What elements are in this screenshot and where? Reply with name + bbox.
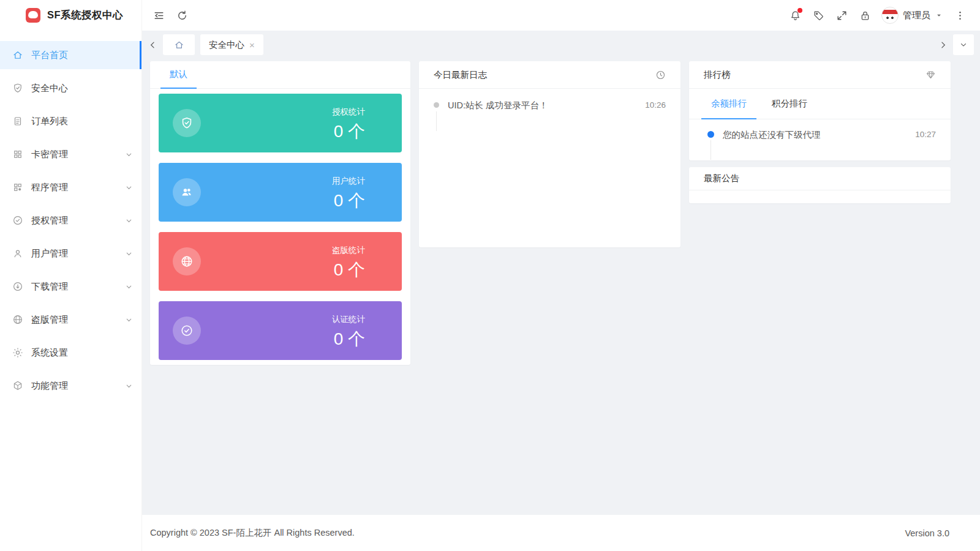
stat-label: 认证统计 [332,314,365,325]
notice-panel: 最新公告 [689,167,951,203]
ranking-panel-header: 排行榜 [689,61,951,89]
chevron-down-icon [125,217,133,225]
ranking-entry-text: 您的站点还没有下级代理 [723,129,915,141]
chevron-down-icon [125,184,133,192]
log-entry[interactable]: UID:站长 成功登录平台！ 10:26 [434,99,666,111]
brand: SF系统授权中心 [0,0,141,31]
timeline-dot-icon [434,102,439,108]
home-icon [12,50,23,61]
chevron-down-icon [125,283,133,291]
sidebar-item-label: 授权管理 [31,215,68,227]
app-window: SF系统授权中心 平台首页 安全中心 订单列表 [0,0,980,551]
chevron-down-icon [125,316,133,324]
ranking-entry[interactable]: 您的站点还没有下级代理 10:27 [707,129,936,141]
collapse-sidebar-button[interactable] [147,4,170,27]
stats-tab-header: 默认 [150,61,410,89]
main-column: 管理员 安全中心 × [142,0,980,551]
sidebar-item-card-key[interactable]: 卡密管理 [0,140,141,168]
sidebar-item-platform-home[interactable]: 平台首页 [0,41,141,69]
stat-label: 盗版统计 [332,245,365,256]
clock-icon[interactable] [655,70,666,80]
notifications-button[interactable] [783,4,807,27]
chevron-down-icon [125,250,133,258]
log-entry-time: 10:26 [645,99,666,110]
lock-screen-button[interactable] [853,4,876,27]
sidebar-item-authorization[interactable]: 授权管理 [0,206,141,234]
stat-label: 授权统计 [332,107,365,118]
sidebar-item-program[interactable]: 程序管理 [0,173,141,201]
sidebar-item-security-center[interactable]: 安全中心 [0,74,141,102]
notification-badge [797,8,802,13]
refresh-button[interactable] [170,4,194,27]
app-title: SF系统授权中心 [47,9,123,22]
right-panels: 排行榜 余额排行 积分排行 您的站点还没有下级代理 10:27 [689,61,951,203]
stat-card-certification[interactable]: 认证统计 0 个 [159,301,402,360]
globe-icon [173,247,201,276]
stat-value: 0 个 [332,123,365,140]
sidebar-item-label: 程序管理 [31,182,68,193]
user-menu[interactable]: 管理员 [876,7,948,24]
tabs-scroll-left-button[interactable] [148,40,157,50]
ranking-tabs: 余额排行 积分排行 [689,89,951,119]
sidebar-item-label: 平台首页 [31,50,68,61]
sidebar-item-label: 系统设置 [31,347,68,359]
stat-value: 0 个 [332,331,365,348]
more-menu-button[interactable] [948,4,971,27]
tabs-scroll-right-button[interactable] [938,40,948,50]
tab-points-ranking[interactable]: 积分排行 [762,89,817,119]
notice-body [689,190,951,203]
tag-icon [813,10,824,21]
sidebar-item-system-settings[interactable]: 系统设置 [0,339,141,367]
log-panel-header: 今日最新日志 [419,61,680,89]
sidebar-menu: 平台首页 安全中心 订单列表 卡密管理 [0,31,141,400]
sidebar-item-label: 功能管理 [31,380,68,392]
users-icon [173,178,201,206]
tab-bar: 安全中心 × [142,31,980,59]
tab-security-center[interactable]: 安全中心 × [200,34,263,55]
stat-card-authorization[interactable]: 授权统计 0 个 [159,94,402,152]
stats-panel: 默认 授权统计 0 个 [150,61,410,365]
sidebar-item-download-management[interactable]: 下载管理 [0,272,141,301]
top-header: 管理员 [142,0,980,31]
stat-card-piracy[interactable]: 盗版统计 0 个 [159,232,402,291]
check-circle-icon [173,317,201,345]
check-circle-icon [12,215,23,226]
stat-card-users[interactable]: 用户统计 0 个 [159,163,402,222]
footer: Copyright © 2023 SF-陌上花开 All Rights Rese… [142,515,980,551]
tab-balance-ranking[interactable]: 余额排行 [701,89,756,119]
stat-banners: 授权统计 0 个 用户统计 0 个 [150,89,410,365]
sidebar-item-order-list[interactable]: 订单列表 [0,107,141,135]
tabs-dropdown-button[interactable] [953,34,974,55]
chevron-down-icon [125,151,133,159]
fullscreen-button[interactable] [830,4,853,27]
program-grid-icon [12,182,23,193]
refresh-icon [176,10,188,21]
sidebar: SF系统授权中心 平台首页 安全中心 订单列表 [0,0,142,551]
shield-check-icon [173,109,201,137]
tab-label: 安全中心 [209,39,244,51]
tab-home[interactable] [163,34,195,55]
chevron-down-icon [125,382,133,390]
sidebar-item-function-management[interactable]: 功能管理 [0,372,141,400]
tab-default[interactable]: 默认 [160,61,197,89]
sidebar-item-label: 盗版管理 [31,314,68,326]
sidebar-item-label: 订单列表 [31,116,68,127]
notice-panel-title: 最新公告 [704,173,739,184]
diamond-icon[interactable] [925,70,936,80]
lock-icon [859,10,871,21]
tab-close-icon[interactable]: × [249,40,255,50]
app-logo-icon [26,8,40,23]
cube-icon [12,380,23,391]
sidebar-item-label: 用户管理 [31,248,68,260]
log-entry-text: UID:站长 成功登录平台！ [448,99,645,111]
sidebar-item-user-management[interactable]: 用户管理 [0,239,141,268]
stat-value: 0 个 [332,261,365,279]
sidebar-item-piracy-management[interactable]: 盗版管理 [0,305,141,334]
sidebar-item-label: 卡密管理 [31,149,68,160]
tag-button[interactable] [807,4,830,27]
card-grid-icon [12,149,23,160]
timeline-dot-icon [707,131,714,138]
download-icon [12,281,23,292]
notice-panel-header: 最新公告 [689,167,951,190]
content-area: 默认 授权统计 0 个 [142,59,980,515]
